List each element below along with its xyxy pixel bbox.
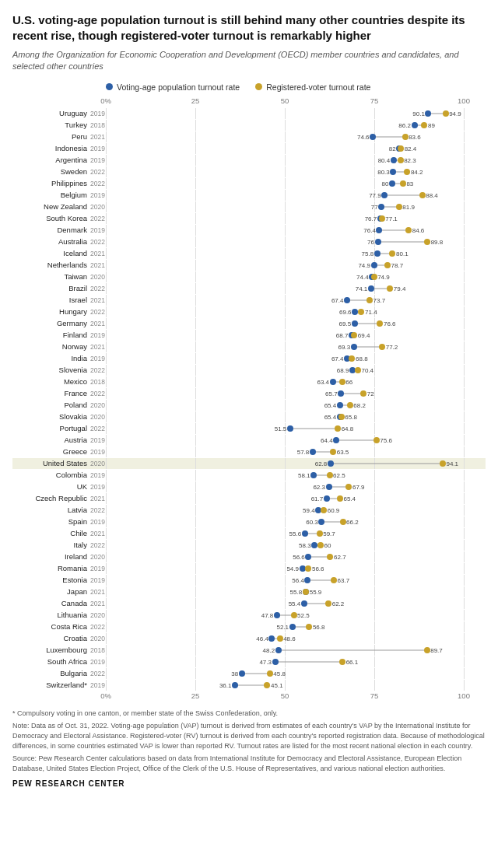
rv-value: 65.4 (343, 495, 356, 502)
gridline (285, 143, 286, 154)
rv-value: 45.8 (273, 670, 286, 677)
gridline (195, 610, 196, 621)
vap-value: 65.4 (324, 413, 337, 420)
gridline (195, 365, 196, 376)
vap-value: 69.6 (339, 308, 352, 315)
vap-value: 68.7 (336, 331, 349, 338)
gridline (195, 423, 196, 434)
year-label: 2019 (90, 576, 106, 584)
rv-value: 45.1 (271, 681, 283, 688)
year-label: 2022 (90, 308, 106, 316)
vap-dot (301, 600, 307, 607)
bar-area: 55.659.7 (106, 528, 464, 539)
rv-dot (402, 134, 409, 140)
gridline (285, 446, 286, 457)
year-label: 2022 (90, 541, 106, 549)
year-label: 2019 (90, 355, 106, 362)
gridline (374, 376, 375, 387)
rv-dot (327, 472, 333, 478)
vap-dot (272, 659, 279, 665)
data-row: Canada202155.462.2 (12, 598, 486, 609)
vap-value: 90.1 (412, 110, 425, 117)
gridline (285, 283, 286, 294)
vap-value: 56.4 (292, 576, 304, 583)
gridline (106, 446, 107, 457)
gridline (195, 528, 196, 539)
gridline (464, 481, 465, 492)
bar-area: 60.366.2 (106, 516, 464, 527)
bar-area: 64.475.6 (106, 435, 464, 446)
bar-area: 36.145.1 (106, 680, 464, 691)
vap-dot (287, 425, 293, 432)
gridline (195, 143, 196, 154)
year-label: 2018 (90, 646, 106, 654)
gridline (195, 680, 196, 691)
gridline (464, 318, 465, 329)
year-label: 2019 (90, 436, 106, 444)
gridline (106, 645, 107, 656)
gridline (106, 190, 107, 201)
rv-value: 60.9 (328, 506, 340, 513)
data-row: Uruguay201990.194.9 (12, 108, 486, 119)
year-label: 2020 (90, 635, 106, 642)
gridline (106, 131, 107, 142)
rv-dot (384, 262, 391, 268)
gridline (464, 365, 465, 376)
axis-top: 0% 25 50 75 100 (12, 96, 486, 107)
year-label: 2022 (90, 506, 106, 514)
gridline (374, 411, 375, 422)
rv-value: 68.8 (356, 355, 368, 362)
rv-value: 52.5 (297, 611, 310, 618)
vap-value: 76.7 (365, 215, 377, 222)
gridline (106, 540, 107, 551)
rv-dot (379, 344, 385, 350)
year-label: 2022 (90, 390, 106, 397)
rv-value: 84.6 (412, 226, 425, 233)
vap-value: 56.6 (293, 553, 305, 560)
gridline (195, 178, 196, 189)
rv-value: 84.2 (411, 168, 423, 175)
gridline (285, 516, 286, 527)
gridline (195, 551, 196, 562)
bar-area: 46.448.6 (106, 633, 464, 644)
gridline (285, 598, 286, 609)
gridline (195, 656, 196, 667)
country-name: Indonesia (12, 144, 90, 152)
gridline (464, 656, 465, 667)
rv-value: 62.5 (333, 471, 345, 478)
legend-gold-label: Registered-voter turnout rate (266, 82, 370, 92)
gridline (285, 493, 286, 504)
year-label: 2019 (90, 471, 106, 479)
rv-dot (306, 624, 312, 630)
country-name: New Zealand (12, 202, 90, 211)
gridline (195, 166, 196, 177)
year-label: 2019 (90, 110, 106, 117)
gridline (106, 656, 107, 667)
bar-area: 7689.8 (106, 236, 464, 247)
year-label: 2018 (90, 121, 106, 129)
legend: Voting-age population turnout rate Regis… (106, 82, 486, 92)
rv-value: 82.4 (405, 145, 417, 152)
gridline (106, 400, 107, 411)
connector-line (275, 661, 342, 662)
bar-area: 47.852.5 (106, 610, 464, 621)
vap-value: 68.9 (337, 366, 349, 373)
axis-labels-bottom: 0% 25 50 75 100 (106, 691, 464, 702)
vap-dot (326, 484, 332, 490)
data-row: Australia20227689.8 (12, 236, 486, 247)
gridline (195, 318, 196, 329)
gridline (106, 213, 107, 224)
gridline (106, 610, 107, 621)
rv-dot (405, 227, 412, 233)
year-label: 2019 (90, 331, 106, 339)
legend-gold: Registered-voter turnout rate (255, 82, 370, 92)
rows-container: Uruguay201990.194.9Turkey201886.289Peru2… (12, 108, 486, 691)
rv-dot (358, 309, 364, 315)
data-row: Germany202169.576.6 (12, 318, 486, 329)
gridline (195, 388, 196, 399)
gridline (195, 201, 196, 212)
country-name: Uruguay (12, 109, 90, 117)
gridline (374, 120, 375, 131)
gridline (464, 586, 465, 597)
year-label: 2021 (90, 343, 106, 351)
